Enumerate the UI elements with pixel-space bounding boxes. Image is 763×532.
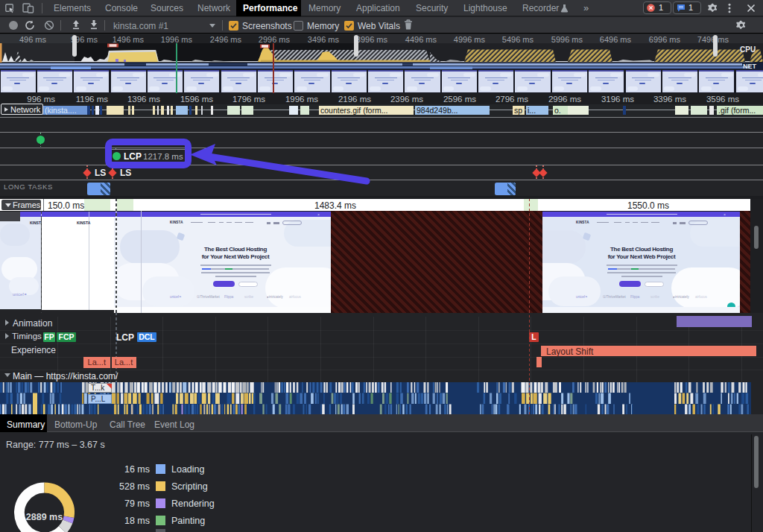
svg-text:2889 ms: 2889 ms — [26, 512, 63, 522]
